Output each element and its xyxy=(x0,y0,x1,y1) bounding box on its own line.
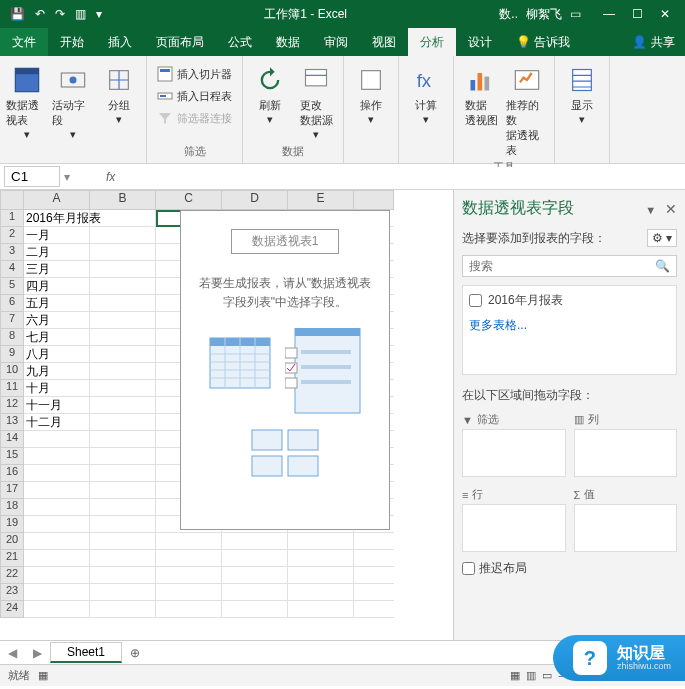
new-sheet-button[interactable]: ⊕ xyxy=(122,646,148,660)
pane-dropdown-icon[interactable]: ▼ xyxy=(645,204,656,216)
cell[interactable] xyxy=(288,533,354,550)
cell[interactable] xyxy=(90,448,156,465)
maximize-button[interactable]: ☐ xyxy=(625,7,649,21)
filter-connections-button[interactable]: 筛选器连接 xyxy=(153,108,236,128)
cell[interactable] xyxy=(156,601,222,618)
user-name[interactable]: 柳絮飞 xyxy=(526,6,562,23)
row-header[interactable]: 8 xyxy=(0,329,24,346)
cell[interactable] xyxy=(24,533,90,550)
formula-input[interactable] xyxy=(121,167,685,186)
tab-layout[interactable]: 页面布局 xyxy=(144,28,216,56)
cell[interactable] xyxy=(24,499,90,516)
field-list[interactable]: 2016年月报表 更多表格... xyxy=(462,285,677,375)
pivottable-button[interactable]: 数据透视表▾ xyxy=(6,60,48,141)
cell[interactable]: 十一月 xyxy=(24,397,90,414)
row-header[interactable]: 7 xyxy=(0,312,24,329)
cell[interactable] xyxy=(90,414,156,431)
row-header[interactable]: 20 xyxy=(0,533,24,550)
tab-view[interactable]: 视图 xyxy=(360,28,408,56)
show-button[interactable]: 显示▾ xyxy=(561,60,603,126)
insert-timeline-button[interactable]: 插入日程表 xyxy=(153,86,236,106)
cell[interactable]: 一月 xyxy=(24,227,90,244)
row-header[interactable]: 15 xyxy=(0,448,24,465)
cell[interactable] xyxy=(90,601,156,618)
group-button[interactable]: 分组▾ xyxy=(98,60,140,126)
row-header[interactable]: 18 xyxy=(0,499,24,516)
row-header[interactable]: 16 xyxy=(0,465,24,482)
col-header[interactable]: B xyxy=(90,190,156,210)
view-layout-icon[interactable]: ▥ xyxy=(526,669,536,682)
field-search[interactable]: 🔍 xyxy=(462,255,677,277)
more-tables-link[interactable]: 更多表格... xyxy=(469,317,670,334)
cell[interactable] xyxy=(24,567,90,584)
cell[interactable] xyxy=(90,465,156,482)
cell[interactable] xyxy=(90,295,156,312)
row-header[interactable]: 2 xyxy=(0,227,24,244)
tab-formula[interactable]: 公式 xyxy=(216,28,264,56)
cell[interactable] xyxy=(90,329,156,346)
cell[interactable] xyxy=(90,584,156,601)
ribbon-options-icon[interactable]: ▭ xyxy=(570,7,581,21)
rows-drop-area[interactable] xyxy=(462,504,566,552)
cell[interactable]: 七月 xyxy=(24,329,90,346)
tab-home[interactable]: 开始 xyxy=(48,28,96,56)
namebox-dropdown-icon[interactable]: ▾ xyxy=(64,170,70,184)
cell[interactable] xyxy=(90,380,156,397)
cell[interactable] xyxy=(90,482,156,499)
cell[interactable] xyxy=(24,516,90,533)
row-header[interactable]: 14 xyxy=(0,431,24,448)
row-header[interactable]: 23 xyxy=(0,584,24,601)
tab-data[interactable]: 数据 xyxy=(264,28,312,56)
row-header[interactable]: 17 xyxy=(0,482,24,499)
cell[interactable] xyxy=(90,278,156,295)
cell[interactable]: 十月 xyxy=(24,380,90,397)
cell[interactable] xyxy=(24,431,90,448)
cell[interactable]: 二月 xyxy=(24,244,90,261)
cell[interactable]: 三月 xyxy=(24,261,90,278)
cell[interactable] xyxy=(24,601,90,618)
save-icon[interactable]: 💾 xyxy=(10,7,25,21)
row-header[interactable]: 1 xyxy=(0,210,24,227)
row-header[interactable]: 21 xyxy=(0,550,24,567)
filters-drop-area[interactable] xyxy=(462,429,566,477)
insert-slicer-button[interactable]: 插入切片器 xyxy=(153,64,236,84)
row-header[interactable]: 10 xyxy=(0,363,24,380)
close-button[interactable]: ✕ xyxy=(653,7,677,21)
row-header[interactable]: 24 xyxy=(0,601,24,618)
cell[interactable] xyxy=(222,567,288,584)
active-field-button[interactable]: 活动字段▾ xyxy=(52,60,94,141)
field-item[interactable]: 2016年月报表 xyxy=(469,292,670,309)
cell[interactable] xyxy=(222,550,288,567)
row-header[interactable]: 11 xyxy=(0,380,24,397)
cell[interactable] xyxy=(90,431,156,448)
cell[interactable] xyxy=(90,550,156,567)
cell[interactable] xyxy=(288,550,354,567)
cell[interactable] xyxy=(288,567,354,584)
watermark-brand[interactable]: ? 知识屋 zhishiwu.com xyxy=(553,635,685,681)
col-header[interactable]: A xyxy=(24,190,90,210)
view-break-icon[interactable]: ▭ xyxy=(542,669,552,682)
calc-button[interactable]: fx 计算▾ xyxy=(405,60,447,126)
qat-icon[interactable]: ▥ xyxy=(75,7,86,21)
name-box[interactable] xyxy=(4,166,60,187)
cell[interactable]: 六月 xyxy=(24,312,90,329)
macro-icon[interactable]: ▦ xyxy=(38,669,48,682)
col-header[interactable]: D xyxy=(222,190,288,210)
select-all-corner[interactable] xyxy=(0,190,24,210)
cell[interactable]: 九月 xyxy=(24,363,90,380)
view-normal-icon[interactable]: ▦ xyxy=(510,669,520,682)
row-header[interactable]: 9 xyxy=(0,346,24,363)
search-icon[interactable]: 🔍 xyxy=(655,259,670,273)
tab-review[interactable]: 审阅 xyxy=(312,28,360,56)
columns-drop-area[interactable] xyxy=(574,429,678,477)
cell[interactable] xyxy=(24,482,90,499)
tab-file[interactable]: 文件 xyxy=(0,28,48,56)
tab-analyze[interactable]: 分析 xyxy=(408,28,456,56)
row-header[interactable]: 5 xyxy=(0,278,24,295)
cell[interactable]: 四月 xyxy=(24,278,90,295)
close-pane-button[interactable]: ✕ xyxy=(665,201,677,217)
cell[interactable] xyxy=(24,584,90,601)
cell[interactable] xyxy=(90,567,156,584)
cell[interactable]: 2016年月报表 xyxy=(24,210,90,227)
cell[interactable] xyxy=(222,601,288,618)
